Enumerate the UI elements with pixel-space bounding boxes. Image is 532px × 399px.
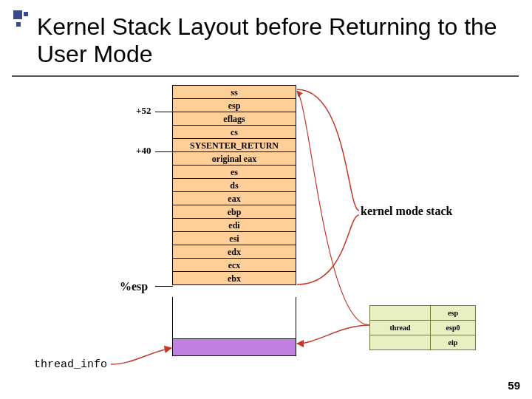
struct-row: thread esp0 [370,320,475,335]
struct-row: eip [370,335,475,349]
cell-edi: edi [173,219,296,232]
cell-ebx: ebx [173,272,296,285]
struct-table: esp thread esp0 eip [369,305,476,350]
cell-esp: esp [173,99,296,112]
cell-ebp: ebp [173,205,296,219]
struct-cell: eip [431,335,475,349]
offset-52: +52 [136,105,151,117]
stack-column: ss esp eflags cs SYSENTER_RETURN origina… [172,85,296,285]
struct-cell [370,306,431,320]
page-number: 59 [508,379,520,392]
kernel-mode-stack-label: kernel mode stack [361,205,452,218]
diagram-area: +52 +40 %esp ss esp eflags cs SYSENTER_R… [0,85,532,395]
slide-title: Kernel Stack Layout before Returning to … [37,13,532,68]
struct-cell: esp [431,306,475,320]
struct-cell [370,335,431,349]
cell-eax: eax [173,192,296,205]
cell-eflags: eflags [173,112,296,126]
tick-esp [155,286,173,287]
stack-gap [172,297,296,338]
title-underline [12,75,519,77]
thread-info-box [172,338,296,356]
esp-pointer-label: %esp [120,280,148,293]
offset-40: +40 [136,145,151,157]
cell-original-eax: original eax [173,152,296,166]
cell-ss: ss [173,86,296,99]
struct-cell: esp0 [431,321,475,335]
struct-row: esp [370,306,475,320]
cell-sysenter-return: SYSENTER_RETURN [173,139,296,152]
cell-es: es [173,166,296,179]
cell-esi: esi [173,232,296,245]
cell-edx: edx [173,245,296,259]
cell-cs: cs [173,126,296,139]
thread-info-label: thread_info [34,358,107,371]
cell-ds: ds [173,179,296,192]
struct-cell: thread [370,321,431,335]
cell-ecx: ecx [173,259,296,272]
slide-bullet-decoration [13,10,33,30]
